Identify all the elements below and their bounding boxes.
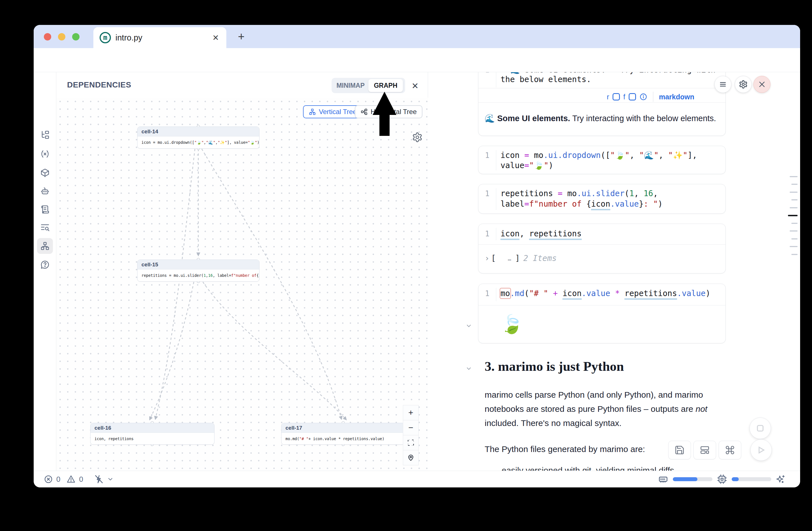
run-button[interactable] [750,439,772,461]
cell-divider [478,244,725,245]
code-line[interactable]: icon, repetitions [501,229,582,238]
minimap-cell-marker[interactable] [791,223,798,224]
errors-icon[interactable] [44,475,53,484]
minimap-cell-marker[interactable] [791,184,798,185]
minimap-cell-marker[interactable] [791,254,798,255]
shutdown-button[interactable] [753,76,770,93]
expand-chevron-icon[interactable]: › [485,254,490,263]
map-pin-icon [407,454,415,461]
autorun-off-icon[interactable] [94,474,104,484]
code-line[interactable]: label=f"number of {icon.value}: ") [501,199,663,209]
sidebar-item-packages[interactable] [37,165,53,181]
section-paragraph: marimo cells parse Python (and only Pyth… [485,388,734,430]
paragraph-text: included. There's no magical syntax. [485,418,622,428]
dependencies-header: DEPENDENCIES MINIMAP GRAPH ✕ [56,72,428,98]
cpu-icon [717,474,727,484]
window-close-button[interactable] [44,33,51,41]
collapse-section-button[interactable] [463,363,475,374]
cell-language-badge[interactable]: markdown [659,93,694,101]
zoom-out-button[interactable]: − [403,420,419,435]
window-minimize-button[interactable] [58,33,66,41]
minimap-cell-marker[interactable] [791,199,798,200]
minimap-cell-marker[interactable] [789,207,798,208]
code-line[interactable]: **🌊 Some UI elements.** Try interacting … [501,72,715,74]
code-line[interactable]: mo.md("# " + icon.value * repetitions.va… [501,289,710,298]
new-tab-button[interactable]: + [238,25,244,48]
chevron-down-icon [465,365,473,372]
graph-canvas[interactable]: Vertical Tree Horizontal Tree cell-14 ic… [56,98,428,471]
markdown-cell[interactable]: 1 **🌊 Some UI elements.** Try interactin… [478,72,726,136]
config-f-checkbox[interactable] [629,93,636,100]
browser-window: m intro.py ✕ + localhost:2718 [34,25,800,487]
stop-button[interactable] [750,417,771,439]
line-number: 1 [478,230,496,238]
gutter-divider [496,288,496,301]
minimap-cell-marker[interactable] [791,238,798,240]
collapse-output-button[interactable] [463,320,475,331]
gutter-divider [496,188,496,210]
minimap-cell-marker[interactable] [789,176,798,177]
notebook-settings-button[interactable] [735,76,752,93]
sidebar-item-ai-assistant[interactable] [37,183,53,199]
node-code: mo.md("# " + icon.value * repetitions.va… [281,433,405,445]
sidebar-item-variables[interactable] [37,146,53,162]
code-line[interactable]: icon = mo.ui.dropdown(["🍃", "🌊", "✨"], [501,150,697,160]
horizontal-tree-label: Horizontal Tree [371,108,417,116]
code-line[interactable]: value="🍃") [501,161,553,170]
minimap-cell-marker[interactable] [789,246,798,247]
tab-close-icon[interactable]: ✕ [213,27,219,48]
graph-node-cell-14[interactable]: cell-14 icon = mo.ui.dropdown(["🍃", "🌊",… [137,127,259,148]
gear-icon [739,80,748,89]
panel-close-icon[interactable]: ✕ [409,80,421,91]
paragraph-text: marimo cells parse Python (and only Pyth… [485,390,703,399]
packages-icon [40,168,50,177]
minimap-cell-marker-active[interactable] [788,215,798,216]
code-cell-slider[interactable]: 1 repetitions = mo.ui.slider(1, 16, labe… [478,184,726,214]
fit-view-icon [407,439,415,446]
memory-usage-bar [673,477,712,481]
sidebar-item-dependency-graph[interactable] [37,238,53,254]
command-icon [725,445,735,455]
chevron-down-icon[interactable] [107,476,114,483]
graph-node-cell-16[interactable]: cell-16 icon, repetitions [90,423,215,445]
tab-minimap[interactable]: MINIMAP [333,79,368,92]
horizontal-tree-button[interactable]: Horizontal Tree [355,105,422,118]
node-title: cell-15 [137,260,259,270]
save-icon [675,445,685,455]
browser-tab[interactable]: m intro.py ✕ [93,27,226,48]
layout-button[interactable] [694,441,716,459]
tab-graph[interactable]: GRAPH [368,79,403,92]
help-icon [40,260,50,270]
memory-usage-fill [673,477,697,481]
graph-zoom-controls: + − [403,405,419,465]
notebook-menu-button[interactable] [714,76,731,93]
graph-node-cell-17[interactable]: cell-17 mo.md("# " + icon.value * repeti… [281,423,405,445]
window-zoom-button[interactable] [72,33,79,41]
tuple-output[interactable]: › [ … ] 2 Items [485,254,557,263]
code-cell-dropdown[interactable]: 1 icon = mo.ui.dropdown(["🍃", "🌊", "✨"],… [478,146,726,174]
config-r-checkbox[interactable] [612,93,620,100]
center-node-button[interactable] [403,450,419,465]
warnings-icon[interactable] [67,475,75,484]
sidebar-item-file-tree[interactable] [37,127,53,143]
graph-node-cell-15[interactable]: cell-15 repetitions = mo.ui.slider(1, 16… [137,260,259,282]
sidebar-item-help[interactable] [37,257,53,273]
code-line[interactable]: the below elements. [501,75,591,84]
gutter-divider [496,72,496,87]
code-cell-md[interactable]: 1 mo.md("# " + icon.value * repetitions.… [478,284,726,343]
save-button[interactable] [668,441,691,459]
ai-sparkles-icon[interactable] [776,474,785,484]
code-cell-pair[interactable]: 1 icon, repetitions › [ … ] 2 Items [478,224,726,273]
graph-settings-button[interactable] [410,130,424,144]
browser-tab-bar: m intro.py ✕ + [34,25,800,48]
minimap-cell-marker[interactable] [789,230,798,231]
minimap-cell-marker[interactable] [789,192,798,193]
code-line[interactable]: repetitions = mo.ui.slider(1, 16, [501,189,658,198]
sidebar-item-logs[interactable] [37,202,53,217]
keyboard-shortcuts-button[interactable] [719,441,741,459]
sidebar-item-search-list[interactable] [37,220,53,235]
config-info-icon[interactable] [639,93,647,101]
zoom-in-button[interactable]: + [403,405,419,420]
vertical-tree-button[interactable]: Vertical Tree [303,105,362,118]
fit-view-button[interactable] [403,435,419,450]
